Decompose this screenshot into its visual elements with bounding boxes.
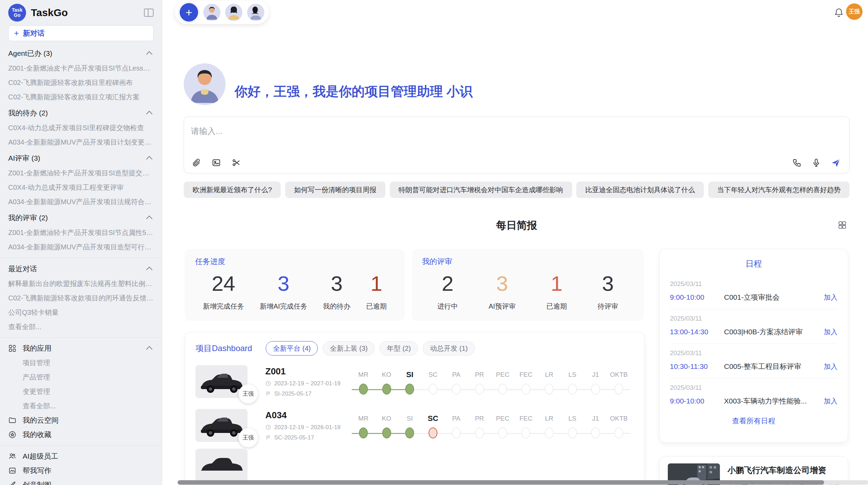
sidebar-item[interactable]: Z001-全新燃油轻卡产品开发项目SI节点属性5D文件评审 [8,225,154,240]
scrollbar-thumb[interactable] [178,480,824,485]
sidebar-item[interactable]: Z001-全新燃油轻卡产品开发项目SI造型提交物评审 [8,166,154,180]
section-header-recent-chats[interactable]: 最近对话 [8,261,154,276]
project-owner-badge: 王强 [239,384,258,403]
schedule-title: 日程 [670,258,837,269]
project-code: Z001 [265,366,352,377]
schedule-item: 2025/03/11 13:00-14:30 C003|H0B-方案冻结评审 加… [670,309,837,344]
my-favorites[interactable]: 我的收藏 [8,427,154,442]
sidebar-item[interactable]: A034-全新新能源MUV产品开发项目法规符合性评审 [8,195,154,209]
recent-view-all[interactable]: 查看全部... [8,320,154,334]
user-avatar[interactable]: 王强 [846,3,863,20]
app-window: Task Go TaskGo + 新对话 Agent已办 (3) Z001-全新… [0,0,868,485]
folder-icon [8,416,16,424]
layout-grid-icon[interactable] [838,221,847,229]
app-item-change-mgmt[interactable]: 变更管理 [8,384,154,399]
milestone-dot-done [359,384,368,395]
milestone-track: MR KO SI SC PA PR PEC FEC LR LS J1 OKTB [352,412,630,438]
milestone-dot-done [405,427,414,438]
agent-avatar-2[interactable] [224,3,243,22]
milestone-dot [475,427,484,438]
my-apps-header[interactable]: 我的应用 [8,341,154,356]
sidebar-item[interactable]: A034-全新新能源MUV产品开发项目计划变更表编写 [8,135,154,149]
join-link[interactable]: 加入 [824,293,837,302]
sidebar-item[interactable]: C02-飞腾新能源轻客改款项目立项汇报方案 [8,90,154,104]
my-review-card: 我的评审 2 进行中 3 AI预评审 1 已逾期 3 待评审 [412,249,644,321]
section-header-my-review[interactable]: 我的评审 (2) [8,210,154,225]
app-item-project-mgmt[interactable]: 项目管理 [8,356,154,370]
join-link[interactable]: 加入 [824,397,837,406]
agent-avatar-3[interactable] [246,3,265,22]
metric: 3 新增AI完成任务 [260,270,308,311]
milestone-dot [591,427,600,438]
suggestion-chips: 欧洲新规最近颁布了什么? 如何写一份清晰的项目周报 特朗普可能对进口汽车增税会对… [184,182,849,198]
sidebar-item[interactable]: A034-全新新能源MUV产品开发项目造型可行性评审 [8,240,154,254]
project-dashboard-card: 项目Dashboard 全新平台 (4) 全新上装 (3) 年型 (2) 动总开… [185,332,644,485]
milestone-track: MR KO SI SC PA PR PEC FEC LR LS J1 OKTB [352,369,630,395]
sidebar-item[interactable]: C0X4-动力总成开发项目工程变更评审 [8,180,154,195]
daily-briefing-title: 每日简报 [184,219,849,233]
milestone-dot [545,384,554,395]
schedule-item: 2025/03/11 9:00-10:00 C001-立项审批会 加入 [670,275,837,309]
project-row-z001[interactable]: 王强 Z001 2023-12-19 ~ 2027-01-19 S [185,359,644,403]
recent-chat-item[interactable]: 公司Q3轻卡销量 [8,305,154,320]
filter-chip[interactable]: 全新上装 (3) [323,341,375,356]
send-icon[interactable] [831,158,840,167]
project-owner-badge: 王强 [239,428,258,447]
horizontal-scrollbar[interactable] [178,480,868,485]
milestone-dot [452,427,461,438]
tool-help-me-write[interactable]: 帮我写作 [8,463,154,478]
recent-chat-item[interactable]: 解释最新出台的欧盟报废车法规再生塑料比例被调至15%... [8,276,154,291]
milestone-dot [591,384,600,395]
section-header-my-todo[interactable]: 我的待办 (2) [8,105,154,121]
suggestion-chip[interactable]: 当下年轻人对汽车外观有怎样的喜好趋势 [708,182,849,198]
suggestion-chip[interactable]: 欧洲新规最近颁布了什么? [184,182,281,198]
filter-chip[interactable]: 全新平台 (4) [266,341,318,356]
sidebar-item[interactable]: C02-飞腾新能源轻客改款项目里程碑画布 [8,75,154,90]
sidebar-item[interactable]: Z001-全新燃油皮卡产品开发项目SI节点Lesson Learn报告 [8,61,154,75]
sidebar-collapse-icon[interactable] [144,9,154,17]
chat-input-box [184,116,849,173]
suggestion-chip[interactable]: 比亚迪全固态电池计划具体说了什么 [576,182,704,198]
section-header-agent-done[interactable]: Agent已办 (3) [8,46,154,61]
milestone-dot-done [382,427,391,438]
agent-avatar-1[interactable] [202,3,221,22]
greeting-text: 你好，王强，我是你的项目管理助理 小识 [234,83,473,100]
milestone-dot-current [405,384,414,395]
milestone-dot [498,427,507,438]
clock-icon [265,381,271,386]
clock-icon [265,424,271,430]
phone-icon[interactable] [792,158,802,167]
filter-chip[interactable]: 年型 (2) [379,341,418,356]
suggestion-chip[interactable]: 特朗普可能对进口汽车增税会对中国车企造成哪些影响 [390,182,572,198]
project-next-milestone: SI-2025-05-17 [274,390,312,397]
section-header-ai-review[interactable]: AI评审 (3) [8,151,154,166]
topbar-agent-switcher: + [175,1,269,24]
sidebar-item[interactable]: C0X4-动力总成开发项目SI里程碑提交物检查 [8,121,154,135]
tool-creative-drawing[interactable]: 创意制图 [8,478,154,485]
notification-bell-icon[interactable] [834,8,844,18]
metric: 1 已逾期 [366,270,387,311]
app-item-product-mgmt[interactable]: 产品管理 [8,370,154,384]
microphone-icon[interactable] [811,158,821,167]
view-all-schedule-link[interactable]: 查看所有日程 [670,416,837,426]
image-icon[interactable] [212,158,221,167]
scissors-icon[interactable] [231,158,241,167]
sidebar-header: Task Go TaskGo [8,0,154,25]
join-link[interactable]: 加入 [824,327,837,337]
apps-view-all[interactable]: 查看全部... [8,399,154,413]
add-agent-button[interactable]: + [178,2,200,23]
plus-icon: + [14,28,19,38]
suggestion-chip[interactable]: 如何写一份清晰的项目周报 [285,182,385,198]
chat-input[interactable] [184,117,849,148]
join-link[interactable]: 加入 [824,362,837,371]
new-chat-button[interactable]: + 新对话 [8,25,154,41]
filter-chip[interactable]: 动总开发 (1) [423,341,475,356]
sidebar: Task Go TaskGo + 新对话 Agent已办 (3) Z001-全新… [0,0,162,485]
flag-icon [265,391,271,397]
task-progress-card: 任务进度 24 新增完成任务 3 新增AI完成任务 3 我的待办 1 已逾期 [185,249,405,321]
paperclip-icon[interactable] [192,158,201,167]
my-cloud-space[interactable]: 我的云空间 [8,413,154,427]
recent-chat-item[interactable]: C02-飞腾新能源轻客改款项目的闭环通告反馈情况 [8,291,154,305]
tool-ai-super-staff[interactable]: AI超级员工 [8,449,154,463]
project-row-a034[interactable]: 王强 A034 2023-12-19 ~ 2026-01-19 S [185,403,644,447]
